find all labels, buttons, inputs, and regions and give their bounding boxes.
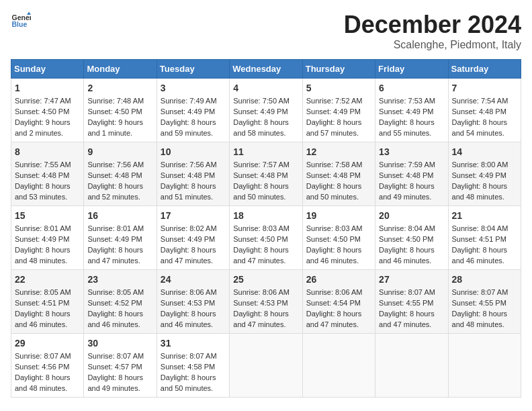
day-number: 24	[161, 273, 226, 286]
day-number: 23	[87, 273, 152, 286]
daylight-text: Daylight: 8 hours and 49 minutes.	[379, 182, 435, 201]
sunset-text: Sunset: 4:55 PM	[379, 299, 433, 307]
sunrise-text: Sunrise: 8:06 AM	[306, 288, 363, 296]
sunset-text: Sunset: 4:58 PM	[161, 363, 215, 371]
day-number: 7	[452, 81, 517, 95]
calendar-cell: 9 Sunrise: 7:56 AM Sunset: 4:48 PM Dayli…	[84, 142, 157, 206]
sunset-text: Sunset: 4:48 PM	[379, 171, 433, 179]
sunset-text: Sunset: 4:57 PM	[87, 363, 142, 371]
daylight-text: Daylight: 8 hours and 48 minutes.	[15, 373, 71, 392]
sunset-text: Sunset: 4:53 PM	[233, 299, 287, 307]
calendar-cell: 18 Sunrise: 8:03 AM Sunset: 4:50 PM Dayl…	[230, 206, 302, 270]
sunset-text: Sunset: 4:48 PM	[161, 171, 215, 179]
daylight-text: Daylight: 9 hours and 1 minute.	[87, 118, 143, 137]
sunset-text: Sunset: 4:52 PM	[87, 299, 142, 307]
sunrise-text: Sunrise: 8:00 AM	[452, 161, 508, 169]
sunrise-text: Sunrise: 8:04 AM	[379, 224, 435, 232]
day-number: 14	[452, 145, 517, 158]
day-header-monday: Monday	[84, 60, 157, 79]
sunset-text: Sunset: 4:48 PM	[233, 171, 287, 179]
day-header-tuesday: Tuesday	[157, 60, 229, 79]
day-number: 3	[161, 81, 226, 95]
sunset-text: Sunset: 4:56 PM	[15, 363, 69, 371]
week-row-2: 8 Sunrise: 7:55 AM Sunset: 4:48 PM Dayli…	[11, 142, 521, 206]
day-number: 18	[233, 209, 298, 222]
month-title: December 2024	[344, 11, 521, 39]
header: General Blue December 2024 Scalenghe, Pi…	[11, 11, 521, 51]
sunset-text: Sunset: 4:49 PM	[15, 235, 69, 243]
calendar-cell: 10 Sunrise: 7:56 AM Sunset: 4:48 PM Dayl…	[157, 142, 229, 206]
day-number: 2	[87, 81, 152, 95]
calendar-cell	[230, 334, 302, 398]
week-row-5: 29 Sunrise: 8:07 AM Sunset: 4:56 PM Dayl…	[11, 334, 521, 398]
day-number: 4	[233, 81, 298, 95]
sunset-text: Sunset: 4:55 PM	[452, 299, 506, 307]
sunset-text: Sunset: 4:49 PM	[452, 171, 506, 179]
sunrise-text: Sunrise: 8:01 AM	[87, 224, 144, 232]
sunset-text: Sunset: 4:50 PM	[379, 235, 433, 243]
day-number: 1	[15, 81, 80, 95]
sunrise-text: Sunrise: 8:02 AM	[161, 224, 217, 232]
daylight-text: Daylight: 8 hours and 46 minutes.	[87, 310, 143, 328]
day-number: 17	[161, 209, 226, 222]
calendar-cell: 24 Sunrise: 8:06 AM Sunset: 4:53 PM Dayl…	[157, 270, 229, 334]
sunrise-text: Sunrise: 7:54 AM	[452, 97, 508, 105]
calendar-cell: 13 Sunrise: 7:59 AM Sunset: 4:48 PM Dayl…	[375, 142, 448, 206]
day-number: 30	[87, 336, 152, 350]
sunset-text: Sunset: 4:49 PM	[306, 107, 361, 116]
sunrise-text: Sunrise: 7:57 AM	[233, 161, 290, 169]
sunrise-text: Sunrise: 7:48 AM	[87, 97, 144, 105]
day-number: 20	[379, 209, 444, 222]
calendar-cell: 20 Sunrise: 8:04 AM Sunset: 4:50 PM Dayl…	[375, 206, 448, 270]
day-number: 10	[161, 145, 226, 158]
location-title: Scalenghe, Piedmont, Italy	[344, 39, 521, 51]
day-number: 8	[15, 145, 80, 158]
daylight-text: Daylight: 8 hours and 55 minutes.	[379, 118, 435, 137]
sunrise-text: Sunrise: 8:05 AM	[87, 288, 144, 296]
calendar-cell: 4 Sunrise: 7:50 AM Sunset: 4:49 PM Dayli…	[230, 79, 302, 142]
calendar-cell: 25 Sunrise: 8:06 AM Sunset: 4:53 PM Dayl…	[230, 270, 302, 334]
daylight-text: Daylight: 8 hours and 47 minutes.	[233, 246, 289, 265]
sunrise-text: Sunrise: 7:49 AM	[161, 97, 217, 105]
daylight-text: Daylight: 8 hours and 58 minutes.	[233, 118, 289, 137]
calendar-cell: 5 Sunrise: 7:52 AM Sunset: 4:49 PM Dayli…	[302, 79, 375, 142]
sunrise-text: Sunrise: 8:07 AM	[379, 288, 435, 296]
calendar-cell: 28 Sunrise: 8:07 AM Sunset: 4:55 PM Dayl…	[448, 270, 521, 334]
daylight-text: Daylight: 8 hours and 50 minutes.	[161, 373, 216, 392]
day-number: 13	[379, 145, 444, 158]
calendar-cell: 29 Sunrise: 8:07 AM Sunset: 4:56 PM Dayl…	[11, 334, 84, 398]
sunrise-text: Sunrise: 7:56 AM	[87, 161, 144, 169]
calendar-table: SundayMondayTuesdayWednesdayThursdayFrid…	[11, 59, 521, 398]
sunrise-text: Sunrise: 8:07 AM	[161, 352, 217, 360]
week-row-3: 15 Sunrise: 8:01 AM Sunset: 4:49 PM Dayl…	[11, 206, 521, 270]
daylight-text: Daylight: 8 hours and 54 minutes.	[452, 118, 508, 137]
calendar-cell: 17 Sunrise: 8:02 AM Sunset: 4:49 PM Dayl…	[157, 206, 229, 270]
calendar-cell: 31 Sunrise: 8:07 AM Sunset: 4:58 PM Dayl…	[157, 334, 229, 398]
sunset-text: Sunset: 4:49 PM	[379, 107, 433, 116]
sunrise-text: Sunrise: 8:03 AM	[233, 224, 290, 232]
calendar-cell	[302, 334, 375, 398]
day-header-sunday: Sunday	[11, 60, 84, 79]
calendar-cell: 1 Sunrise: 7:47 AM Sunset: 4:50 PM Dayli…	[11, 79, 84, 142]
daylight-text: Daylight: 8 hours and 47 minutes.	[161, 246, 216, 265]
calendar-cell: 21 Sunrise: 8:04 AM Sunset: 4:51 PM Dayl…	[448, 206, 521, 270]
calendar-cell: 3 Sunrise: 7:49 AM Sunset: 4:49 PM Dayli…	[157, 79, 229, 142]
sunset-text: Sunset: 4:50 PM	[87, 107, 142, 116]
sunset-text: Sunset: 4:49 PM	[161, 107, 215, 116]
calendar-cell: 15 Sunrise: 8:01 AM Sunset: 4:49 PM Dayl…	[11, 206, 84, 270]
day-number: 28	[452, 273, 517, 286]
day-number: 21	[452, 209, 517, 222]
day-header-friday: Friday	[375, 60, 448, 79]
day-number: 12	[306, 145, 371, 158]
daylight-text: Daylight: 8 hours and 52 minutes.	[87, 182, 143, 201]
day-number: 31	[161, 336, 226, 350]
day-header-thursday: Thursday	[302, 60, 375, 79]
calendar-cell: 2 Sunrise: 7:48 AM Sunset: 4:50 PM Dayli…	[84, 79, 157, 142]
sunrise-text: Sunrise: 8:03 AM	[306, 224, 363, 232]
logo: General Blue	[11, 11, 31, 31]
week-row-1: 1 Sunrise: 7:47 AM Sunset: 4:50 PM Dayli…	[11, 79, 521, 142]
sunset-text: Sunset: 4:51 PM	[452, 235, 506, 243]
sunrise-text: Sunrise: 8:05 AM	[15, 288, 71, 296]
daylight-text: Daylight: 9 hours and 2 minutes.	[15, 118, 71, 137]
calendar-cell: 23 Sunrise: 8:05 AM Sunset: 4:52 PM Dayl…	[84, 270, 157, 334]
